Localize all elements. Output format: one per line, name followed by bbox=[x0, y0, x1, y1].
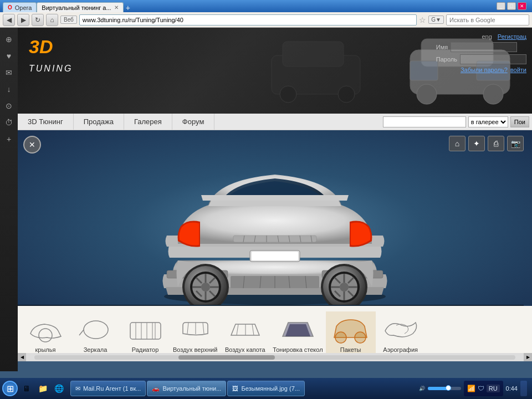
forward-button[interactable]: ▶ bbox=[17, 14, 29, 26]
part-air-top-icon bbox=[175, 314, 216, 345]
tab-strip: O Opera Виртуальный тюнинг а... ✕ + bbox=[3, 0, 497, 12]
start-button[interactable]: ⊞ bbox=[2, 381, 18, 396]
part-tint-label: Тонировка стекол bbox=[273, 346, 323, 353]
volume-control[interactable]: 🔊 bbox=[419, 386, 425, 391]
security-tray-icon[interactable]: 🛡 bbox=[478, 385, 484, 392]
svg-rect-4 bbox=[410, 61, 438, 80]
minimize-button[interactable]: _ bbox=[497, 2, 505, 10]
system-clock: 0:44 bbox=[506, 385, 518, 392]
tab-close-icon[interactable]: ✕ bbox=[114, 4, 119, 11]
username-row: Имя bbox=[436, 42, 526, 52]
home-view-button[interactable]: ⌂ bbox=[449, 136, 466, 151]
reload-button[interactable]: ↻ bbox=[32, 14, 44, 26]
sidebar-icon-6[interactable]: ⏱ bbox=[3, 116, 15, 129]
svg-rect-58 bbox=[130, 323, 161, 339]
parts-scroll-container: крылья Зеркала bbox=[18, 311, 532, 356]
part-item-tint[interactable]: Тонировка стекол bbox=[270, 311, 325, 356]
mail-app-icon: ✉ bbox=[75, 385, 80, 392]
part-hood-scoop-icon bbox=[224, 314, 266, 345]
volume-slider[interactable] bbox=[428, 387, 461, 390]
taskbar: ⊞ 🖥 📁 🌐 ✉ Mail.Ru Агент (1 вк... 🚗 Вирту… bbox=[0, 378, 532, 399]
svg-rect-7 bbox=[283, 42, 344, 66]
tuning-app-icon: 🚗 bbox=[152, 385, 160, 392]
back-button[interactable]: ◀ bbox=[3, 14, 15, 26]
password-input[interactable] bbox=[460, 54, 526, 64]
nav-sale[interactable]: Продажа bbox=[74, 114, 124, 130]
sidebar-icon-2[interactable]: ♥ bbox=[3, 50, 15, 62]
language-indicator[interactable]: RU bbox=[487, 385, 500, 392]
part-radiator-label: Радиатор bbox=[132, 346, 159, 353]
sidebar-icon-4[interactable]: ↓ bbox=[3, 83, 15, 95]
sidebar: ⊕ ♥ ✉ ↓ ⊙ ⏱ + bbox=[0, 28, 18, 371]
sidebar-icon-5[interactable]: ⊙ bbox=[3, 100, 15, 112]
image-app-icon: 🖼 bbox=[232, 385, 238, 392]
username-label: Имя bbox=[436, 44, 448, 50]
volume-dot bbox=[446, 385, 451, 391]
username-input[interactable] bbox=[451, 42, 517, 52]
login-link[interactable]: войти bbox=[510, 66, 526, 73]
restore-button[interactable]: □ bbox=[507, 2, 516, 10]
forgot-password-link[interactable]: Забыли пароль? bbox=[461, 66, 508, 73]
volume-icon: 🔊 bbox=[419, 386, 425, 391]
taskbar-app-mail[interactable]: ✉ Mail.Ru Агент (1 вк... bbox=[70, 381, 146, 396]
part-air-top-label: Воздух верхний bbox=[173, 346, 217, 353]
taskbar-icon-1[interactable]: 🖥 bbox=[19, 381, 34, 396]
svg-point-56 bbox=[84, 321, 108, 339]
part-airbrush-icon bbox=[380, 314, 421, 345]
title-bar: O Opera Виртуальный тюнинг а... ✕ + _ □ … bbox=[0, 0, 532, 12]
reset-view-button[interactable]: ✕ bbox=[23, 136, 41, 154]
taskbar-app-image[interactable]: 🖼 Безымянный.jpg (7... bbox=[227, 381, 305, 396]
address-input[interactable] bbox=[79, 14, 417, 25]
google-icon: G▼ bbox=[428, 16, 444, 24]
logo: 3D TUNING bbox=[29, 36, 73, 75]
tuning-view-button[interactable]: ✦ bbox=[468, 136, 485, 151]
part-item-packages[interactable]: Пакеты bbox=[326, 311, 376, 356]
clock-time: 0:44 bbox=[506, 385, 518, 392]
scroll-right-arrow[interactable]: ▶ bbox=[524, 353, 532, 361]
taskbar-app-tuning[interactable]: 🚗 Виртуальный тюни... bbox=[147, 381, 226, 396]
tab-opera[interactable]: O Opera bbox=[3, 2, 37, 12]
search-button[interactable]: Пои bbox=[510, 116, 529, 127]
new-tab-button[interactable]: + bbox=[124, 3, 132, 12]
register-link[interactable]: Регистрац bbox=[498, 33, 526, 40]
logo-3d: 3D bbox=[29, 36, 53, 57]
svg-point-3 bbox=[483, 84, 503, 104]
close-window-button[interactable]: ✕ bbox=[518, 2, 526, 10]
part-item-hood-scoop[interactable]: Воздух капота bbox=[220, 311, 270, 356]
part-item-air-top[interactable]: Воздух верхний bbox=[170, 311, 220, 356]
home-button[interactable]: ⌂ bbox=[46, 14, 58, 26]
part-item-radiator[interactable]: Радиатор bbox=[120, 311, 170, 356]
taskbar-apps: ✉ Mail.Ru Агент (1 вк... 🚗 Виртуальный т… bbox=[70, 381, 417, 396]
logo-tuning-text: TUNING bbox=[29, 64, 73, 73]
photo-button[interactable]: 📷 bbox=[507, 136, 524, 151]
password-row: Пароль bbox=[436, 54, 526, 64]
sidebar-icon-3[interactable]: ✉ bbox=[3, 66, 15, 79]
window-controls: _ □ ✕ bbox=[497, 2, 529, 10]
svg-point-2 bbox=[417, 84, 437, 104]
show-desktop-button[interactable] bbox=[520, 381, 527, 396]
google-search-input[interactable] bbox=[446, 14, 529, 25]
sidebar-icon-1[interactable]: ⊕ bbox=[3, 33, 15, 45]
search-scope-select[interactable]: в галерее bbox=[468, 116, 508, 127]
scrollbar-thumb[interactable] bbox=[178, 355, 275, 360]
scroll-left-arrow[interactable]: ◀ bbox=[18, 353, 26, 361]
nav-forum[interactable]: Форум bbox=[172, 114, 215, 130]
nav-gallery[interactable]: Галерея bbox=[124, 114, 172, 130]
scrollbar-track[interactable] bbox=[34, 355, 515, 360]
taskbar-icon-2[interactable]: 📁 bbox=[35, 381, 50, 396]
part-item-mirrors[interactable]: Зеркала bbox=[70, 311, 120, 356]
print-button[interactable]: ⎙ bbox=[488, 136, 504, 151]
taskbar-icon-3[interactable]: 🌐 bbox=[52, 381, 66, 396]
viewport-toolbar: ⌂ ✦ ⎙ 📷 bbox=[449, 136, 524, 151]
parts-scrollbar[interactable]: ◀ ▶ bbox=[18, 353, 532, 361]
part-item-fenders[interactable]: крылья bbox=[21, 311, 70, 356]
gallery-search-input[interactable] bbox=[383, 116, 466, 127]
sidebar-icon-7[interactable]: + bbox=[3, 133, 15, 145]
part-item-airbrush[interactable]: Аэрография bbox=[376, 311, 426, 356]
tab-active[interactable]: Виртуальный тюнинг а... ✕ bbox=[37, 2, 123, 12]
network-tray-icon[interactable]: 📶 bbox=[467, 385, 475, 392]
sys-tray: 📶 🛡 RU bbox=[464, 381, 503, 396]
tuning-app-label: Виртуальный тюни... bbox=[162, 385, 221, 392]
nav-3dtuning[interactable]: 3D Тюнинг bbox=[18, 114, 74, 130]
car-3d-view bbox=[122, 150, 427, 305]
